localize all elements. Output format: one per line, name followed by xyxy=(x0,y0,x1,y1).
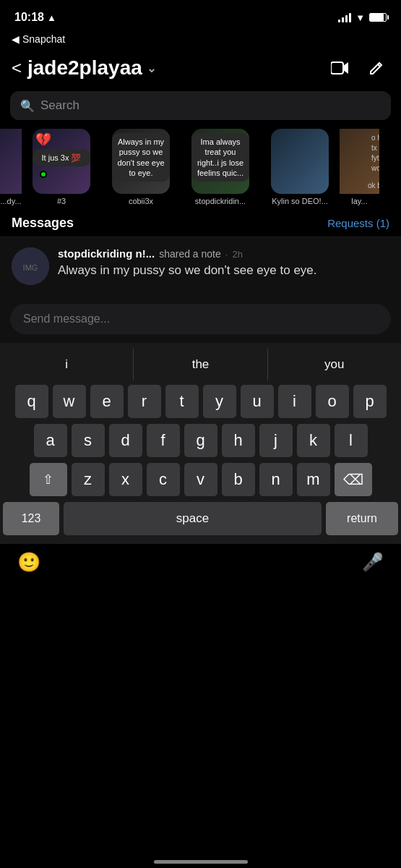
story-dot-1 xyxy=(40,171,47,178)
key-o[interactable]: o xyxy=(316,385,349,418)
key-w[interactable]: w xyxy=(53,385,86,418)
search-icon: 🔍 xyxy=(20,99,35,113)
key-k[interactable]: k xyxy=(297,424,330,457)
key-h[interactable]: h xyxy=(222,424,255,457)
edit-button[interactable] xyxy=(363,55,389,81)
num-key[interactable]: 123 xyxy=(3,502,59,535)
svg-rect-0 xyxy=(331,62,343,74)
key-u[interactable]: u xyxy=(241,385,274,418)
msg-time: 2h xyxy=(232,249,242,260)
search-bar[interactable]: 🔍 Search xyxy=(10,91,391,120)
home-indicator xyxy=(154,860,248,864)
send-message-input[interactable] xyxy=(10,304,391,334)
msg-preview: Always in my pussy so we don't see eye t… xyxy=(58,262,389,279)
story-label-3: stopdickridin... xyxy=(184,197,256,205)
key-f[interactable]: f xyxy=(147,424,180,457)
story-item-2[interactable]: Always in my pussy so we don't see eye t… xyxy=(101,129,181,205)
key-c[interactable]: c xyxy=(147,463,180,496)
msg-content: stopdickriding n!... shared a note · 2h … xyxy=(58,247,389,279)
status-bar: 10:18 ▲ ▼ xyxy=(0,0,401,32)
msg-sender: stopdickriding n!... xyxy=(58,247,155,260)
key-a[interactable]: a xyxy=(34,424,67,457)
key-x[interactable]: x xyxy=(109,463,142,496)
story-item-1[interactable]: 💔 It jus 3x 💯 #3 xyxy=(22,129,101,205)
story-bubble-1: It jus 3x 💯 xyxy=(33,149,90,166)
keyboard-area: i the you q w e r t y u i o p a s d f g … xyxy=(0,343,401,580)
keyboard: q w e r t y u i o p a s d f g h j k l ⇧ … xyxy=(0,380,401,544)
key-e[interactable]: e xyxy=(90,385,124,418)
story-label-4: Kylin so DEO!... xyxy=(264,197,336,205)
key-row-4: 123 space return xyxy=(3,502,398,535)
return-key[interactable]: return xyxy=(326,502,398,535)
messages-title: Messages xyxy=(12,216,74,231)
video-button[interactable] xyxy=(327,55,353,81)
signal-icon xyxy=(338,12,351,22)
header-left: < jade2playaa ⌄ xyxy=(12,56,156,80)
message-item[interactable]: IMG stopdickriding n!... shared a note ·… xyxy=(0,237,401,295)
story-bubble-3: Ima always treat you right..i js lose fe… xyxy=(191,133,249,182)
key-p[interactable]: p xyxy=(353,385,387,418)
delete-key[interactable]: ⌫ xyxy=(335,463,372,496)
msg-avatar: IMG xyxy=(12,247,49,285)
stories-row: ...dy... 💔 It jus 3x 💯 #3 Always in my p… xyxy=(0,129,401,211)
key-y[interactable]: y xyxy=(203,385,236,418)
key-v[interactable]: v xyxy=(184,463,217,496)
story-badge-1: 💔 xyxy=(35,132,51,148)
messages-header: Messages Requests (1) xyxy=(0,211,401,237)
status-time: 10:18 ▲ xyxy=(14,11,56,24)
key-d[interactable]: d xyxy=(109,424,142,457)
key-row-1: q w e r t y u i o p xyxy=(3,385,398,418)
header-actions xyxy=(327,55,389,81)
key-i[interactable]: i xyxy=(278,385,311,418)
bottom-bar: 🙂 🎤 xyxy=(0,544,401,580)
space-key[interactable]: space xyxy=(64,502,322,535)
msg-action: shared a note xyxy=(159,248,221,260)
username-label: jade2playaa xyxy=(27,56,142,80)
key-q[interactable]: q xyxy=(15,385,48,418)
key-l[interactable]: l xyxy=(335,424,368,457)
requests-button[interactable]: Requests (1) xyxy=(327,217,389,229)
story-item-5[interactable]: o htxfythworr ok bu lay... xyxy=(340,129,379,205)
location-icon: ▲ xyxy=(47,12,56,23)
shift-key[interactable]: ⇧ xyxy=(30,463,67,496)
story-label-1: #3 xyxy=(25,197,98,205)
battery-icon xyxy=(369,13,387,22)
key-j[interactable]: j xyxy=(259,424,293,457)
key-s[interactable]: s xyxy=(72,424,105,457)
snap-back-nav[interactable]: ◀ Snapchat xyxy=(0,32,401,49)
key-t[interactable]: t xyxy=(165,385,199,418)
story-item-3[interactable]: Ima always treat you right..i js lose fe… xyxy=(181,129,260,205)
pred-word-the[interactable]: the xyxy=(134,349,267,380)
emoji-button[interactable]: 🙂 xyxy=(17,551,40,574)
msg-top-row: stopdickriding n!... shared a note · 2h xyxy=(58,247,389,260)
time-display: 10:18 xyxy=(14,11,44,24)
story-label-2: cobii3x xyxy=(105,197,177,205)
wifi-icon: ▼ xyxy=(355,12,365,23)
back-arrow-icon: ◀ xyxy=(12,33,20,45)
key-g[interactable]: g xyxy=(184,424,217,457)
key-b[interactable]: b xyxy=(222,463,255,496)
key-row-3: ⇧ z x c v b n m ⌫ xyxy=(3,463,398,496)
msg-dot: · xyxy=(225,249,228,260)
status-icons: ▼ xyxy=(338,12,387,23)
story-label-partial: ...dy... xyxy=(0,197,22,205)
key-z[interactable]: z xyxy=(72,463,105,496)
predictive-row: i the you xyxy=(0,349,401,380)
snap-back-label: Snapchat xyxy=(22,33,65,45)
key-r[interactable]: r xyxy=(128,385,161,418)
story-bubble-2: Always in my pussy so we don't see eye t… xyxy=(112,133,170,182)
search-placeholder: Search xyxy=(40,98,79,113)
story-item-4[interactable]: Kylin so DEO!... xyxy=(260,129,340,205)
story-item-partial[interactable]: ...dy... xyxy=(0,129,22,205)
key-m[interactable]: m xyxy=(297,463,330,496)
chat-title: jade2playaa ⌄ xyxy=(27,56,156,80)
pred-word-you[interactable]: you xyxy=(268,349,401,380)
pred-word-i[interactable]: i xyxy=(0,349,134,380)
svg-text:IMG: IMG xyxy=(23,263,38,272)
chevron-down-icon[interactable]: ⌄ xyxy=(147,61,156,75)
mic-button[interactable]: 🎤 xyxy=(362,552,384,572)
send-message-area xyxy=(0,295,401,343)
header-back-arrow[interactable]: < xyxy=(12,58,22,78)
key-n[interactable]: n xyxy=(259,463,293,496)
story-label-5: lay... xyxy=(340,197,379,205)
